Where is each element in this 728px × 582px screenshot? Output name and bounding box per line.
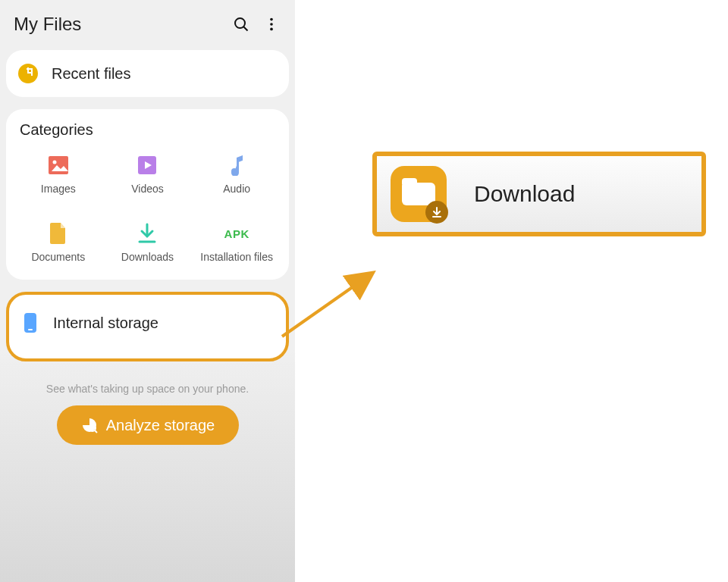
category-label: Installation files [200, 251, 273, 263]
category-label: Images [41, 183, 76, 195]
analyze-storage-label: Analyze storage [106, 417, 215, 434]
category-videos[interactable]: Videos [103, 155, 193, 195]
svg-point-3 [270, 23, 273, 26]
internal-storage-label: Internal storage [53, 314, 158, 332]
search-icon[interactable] [231, 14, 251, 34]
svg-point-6 [52, 161, 56, 164]
svg-point-2 [270, 18, 273, 21]
pie-search-icon [80, 416, 99, 434]
categories-card: Categories Images Videos Audio [6, 109, 289, 280]
category-images[interactable]: Images [14, 155, 103, 195]
internal-storage-row[interactable]: Internal storage [6, 292, 289, 361]
svg-point-4 [270, 28, 273, 31]
svg-rect-5 [49, 156, 68, 174]
category-label: Downloads [121, 251, 174, 263]
analyze-storage-button[interactable]: Analyze storage [57, 405, 239, 445]
svg-point-0 [235, 18, 245, 28]
downloads-icon [137, 224, 157, 243]
category-audio[interactable]: Audio [192, 155, 281, 195]
images-icon [49, 155, 68, 175]
svg-line-14 [282, 276, 369, 336]
category-label: Documents [31, 251, 85, 263]
recent-files-label: Recent files [52, 65, 131, 83]
callout-arrow [279, 265, 385, 349]
download-folder-icon [391, 166, 447, 222]
categories-title: Categories [14, 121, 281, 139]
svg-point-8 [231, 168, 237, 174]
clock-icon [18, 64, 38, 83]
phone-icon [24, 313, 36, 333]
category-installation-files[interactable]: APK Installation files [192, 224, 281, 263]
download-badge-icon [425, 201, 448, 224]
more-options-icon[interactable] [262, 14, 281, 34]
categories-grid: Images Videos Audio Documents [14, 155, 281, 263]
videos-icon [137, 155, 157, 175]
svg-line-13 [95, 430, 97, 433]
my-files-screen: My Files Recent files Categories Images [0, 0, 295, 582]
apk-icon: APK [227, 224, 246, 243]
download-label: Download [474, 181, 575, 207]
category-label: Audio [223, 183, 250, 195]
recent-files-row[interactable]: Recent files [6, 50, 289, 97]
category-downloads[interactable]: Downloads [103, 224, 193, 263]
svg-line-1 [243, 27, 247, 30]
documents-icon [49, 224, 68, 243]
audio-icon [227, 155, 246, 175]
app-bar: My Files [0, 3, 295, 50]
storage-hint-text: See what's taking up space on your phone… [0, 383, 295, 395]
download-folder-callout[interactable]: Download [372, 152, 706, 236]
category-label: Videos [131, 183, 164, 195]
category-documents[interactable]: Documents [14, 224, 103, 263]
app-title: My Files [14, 14, 221, 35]
